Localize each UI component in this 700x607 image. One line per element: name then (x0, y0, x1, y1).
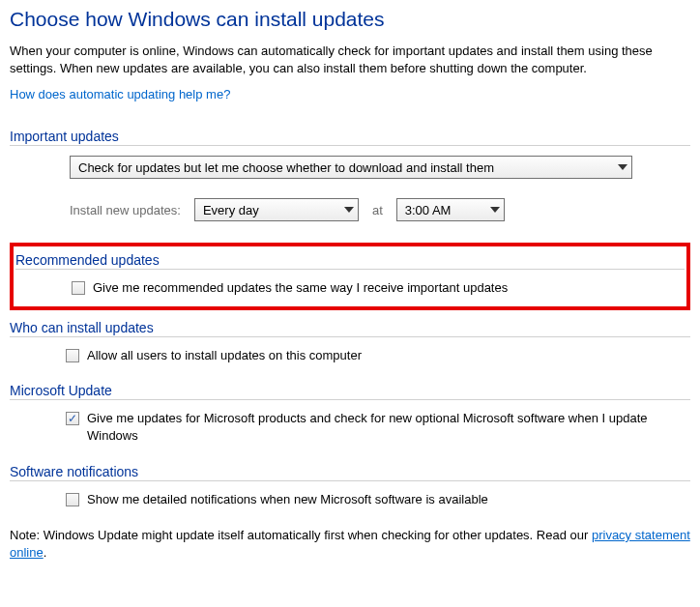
software-notifications-checkbox[interactable] (66, 493, 79, 506)
software-notifications-label: Show me detailed notifications when new … (87, 491, 488, 508)
recommended-updates-checkbox[interactable] (72, 281, 85, 295)
important-updates-dropdown-value: Check for updates but let me choose whet… (78, 160, 494, 175)
intro-text: When your computer is online, Windows ca… (10, 43, 690, 77)
important-updates-dropdown[interactable]: Check for updates but let me choose whet… (70, 156, 632, 179)
section-microsoft-update: Microsoft Update ✓ Give me updates for M… (10, 383, 690, 444)
microsoft-update-checkbox[interactable]: ✓ (66, 412, 79, 425)
help-link[interactable]: How does automatic updating help me? (10, 87, 230, 101)
section-who-can-install: Who can install updates Allow all users … (10, 320, 690, 364)
time-value: 3:00 AM (405, 203, 452, 217)
time-dropdown[interactable]: 3:00 AM (396, 198, 505, 221)
recommended-updates-label: Give me recommended updates the same way… (93, 279, 508, 297)
schedule-label: Install new updates: (70, 203, 181, 217)
microsoft-update-label: Give me updates for Microsoft products a… (87, 410, 690, 444)
chevron-down-icon (618, 164, 627, 170)
frequency-value: Every day (203, 203, 259, 217)
at-label: at (372, 203, 383, 217)
page-title: Choose how Windows can install updates (10, 8, 690, 31)
section-header-recommended: Recommended updates (15, 252, 685, 270)
recommended-highlight-box: Recommended updates Give me recommended … (10, 243, 690, 310)
allow-all-users-label: Allow all users to install updates on th… (87, 347, 362, 364)
section-header-important: Important updates (10, 129, 690, 146)
note-suffix: . (44, 545, 47, 560)
note-prefix: Note: Windows Update might update itself… (10, 528, 592, 542)
allow-all-users-checkbox[interactable] (66, 349, 79, 362)
schedule-row: Install new updates: Every day at 3:00 A… (70, 198, 690, 221)
chevron-down-icon (344, 207, 354, 213)
section-important-updates: Important updates Check for updates but … (10, 129, 690, 221)
section-header-msupdate: Microsoft Update (10, 383, 690, 400)
chevron-down-icon (490, 207, 500, 213)
frequency-dropdown[interactable]: Every day (194, 198, 359, 221)
footer-note: Note: Windows Update might update itself… (10, 527, 690, 562)
section-software-notifications: Software notifications Show me detailed … (10, 464, 690, 508)
section-header-who: Who can install updates (10, 320, 690, 337)
section-header-notifications: Software notifications (10, 464, 690, 481)
